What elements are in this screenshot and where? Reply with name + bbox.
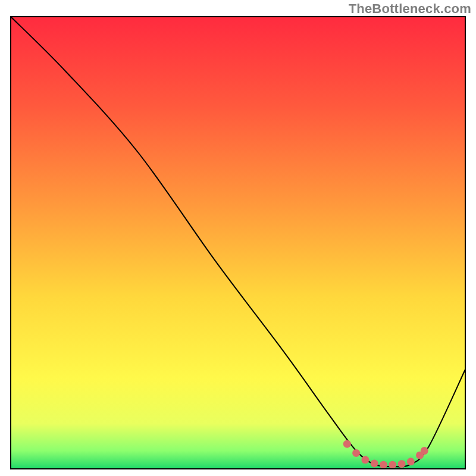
optimal-marker <box>352 449 360 457</box>
optimal-marker <box>398 460 406 468</box>
optimal-marker <box>380 461 387 469</box>
optimal-marker <box>361 456 369 464</box>
attribution-label: TheBottleneck.com <box>349 1 471 17</box>
optimal-marker <box>421 447 428 455</box>
gradient-background <box>11 17 465 469</box>
optimal-marker <box>371 459 378 467</box>
optimal-marker <box>343 440 351 448</box>
bottleneck-chart <box>0 0 476 476</box>
chart-wrapper: TheBottleneck.com <box>0 0 476 476</box>
optimal-marker <box>407 458 415 465</box>
optimal-marker <box>389 461 396 469</box>
